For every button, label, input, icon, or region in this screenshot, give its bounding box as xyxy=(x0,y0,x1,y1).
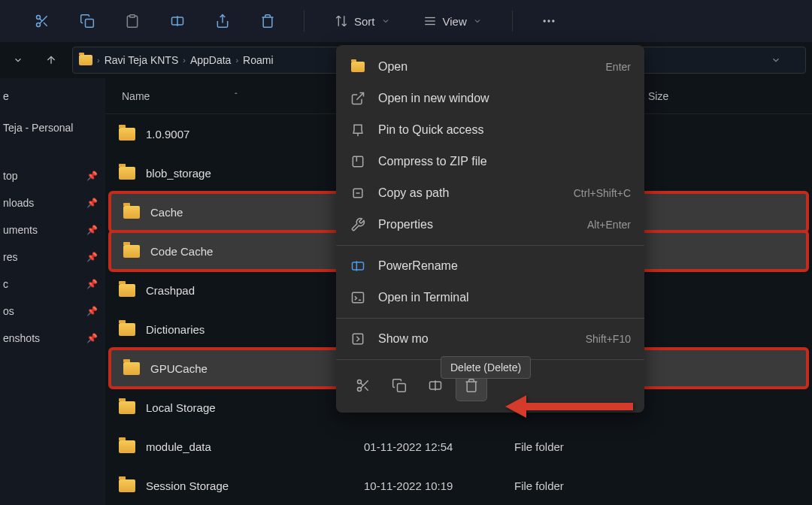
folder-icon xyxy=(123,362,140,375)
menu-shortcut: Alt+Enter xyxy=(587,219,631,231)
svg-point-1 xyxy=(37,23,41,27)
menu-shortcut: Enter xyxy=(606,61,631,73)
menu-item[interactable]: Properties Alt+Enter xyxy=(336,209,644,240)
chevron-down-icon[interactable] xyxy=(771,55,799,65)
svg-rect-26 xyxy=(353,334,362,343)
file-name: Local Storage xyxy=(146,401,364,414)
sidebar-item[interactable]: uments📌 xyxy=(0,216,105,243)
sidebar-item[interactable]: c📌 xyxy=(0,271,105,298)
folder-icon xyxy=(119,440,135,453)
sidebar-item-label: nloads xyxy=(3,197,34,209)
file-type: File folder xyxy=(514,440,650,453)
sidebar-item-label: enshots xyxy=(3,332,40,344)
breadcrumb-item[interactable]: Ravi Teja KNTS xyxy=(105,54,179,66)
menu-item[interactable]: Open Enter xyxy=(336,51,644,83)
sidebar-item[interactable]: res📌 xyxy=(0,243,105,271)
sidebar-item-label: uments xyxy=(3,224,38,236)
share-icon[interactable] xyxy=(211,9,235,33)
column-size[interactable]: Size xyxy=(648,90,723,102)
svg-point-13 xyxy=(543,20,545,22)
sidebar-item[interactable]: enshots📌 xyxy=(0,325,105,352)
svg-line-3 xyxy=(44,23,47,26)
nav-up[interactable] xyxy=(39,48,63,72)
svg-rect-32 xyxy=(398,384,406,392)
copy-icon[interactable] xyxy=(75,9,99,33)
more-icon[interactable] xyxy=(537,9,561,33)
table-row[interactable]: Session Storage 10-11-2022 10:19 File fo… xyxy=(105,466,812,505)
menu-label: Open in new window xyxy=(378,92,619,105)
sidebar-item-label: top xyxy=(3,170,17,182)
pin-icon: 📌 xyxy=(86,198,98,208)
file-name: module_data xyxy=(146,440,364,453)
menu-label: PowerRename xyxy=(378,259,619,273)
breadcrumb-item[interactable]: Roami xyxy=(243,54,273,66)
table-row[interactable]: module_data 01-11-2022 12:54 File folder xyxy=(105,427,812,466)
tooltip: Delete (Delete) xyxy=(441,356,531,379)
paste-icon[interactable] xyxy=(120,9,144,33)
sidebar-item[interactable]: nloads📌 xyxy=(0,189,105,216)
menu-copy-icon[interactable] xyxy=(384,370,414,401)
folder-icon xyxy=(350,59,366,75)
sidebar-item[interactable]: top📌 xyxy=(0,162,105,189)
file-date: 01-11-2022 12:54 xyxy=(364,440,514,453)
folder-icon xyxy=(119,167,135,180)
view-button[interactable]: View xyxy=(417,11,488,31)
sort-label: Sort xyxy=(354,15,375,28)
file-name: blob_storage xyxy=(146,167,364,180)
folder-icon xyxy=(119,401,135,414)
sidebar-header: e xyxy=(0,78,105,111)
menu-item[interactable]: Show mo Shift+F10 xyxy=(336,323,644,355)
svg-line-4 xyxy=(40,19,42,21)
file-type: File folder xyxy=(514,479,650,492)
folder-icon xyxy=(119,479,135,492)
pin-icon: 📌 xyxy=(86,252,98,262)
nav-back-dropdown[interactable] xyxy=(6,48,30,72)
terminal-icon xyxy=(350,289,366,306)
menu-separator xyxy=(336,245,644,246)
menu-label: Compress to ZIP file xyxy=(378,155,619,168)
svg-point-27 xyxy=(358,380,362,384)
menu-item[interactable]: Copy as path Ctrl+Shift+C xyxy=(336,177,644,209)
menu-item[interactable]: Pin to Quick access xyxy=(336,114,644,146)
rename-icon[interactable] xyxy=(165,9,189,33)
file-name: Session Storage xyxy=(146,479,364,492)
chevron-right-icon: › xyxy=(183,56,186,65)
folder-icon xyxy=(119,128,135,141)
svg-rect-19 xyxy=(353,156,362,166)
red-arrow-annotation xyxy=(505,394,633,419)
menu-label: Copy as path xyxy=(378,186,562,200)
delete-icon[interactable] xyxy=(256,9,280,33)
sidebar-item[interactable]: os📌 xyxy=(0,298,105,325)
folder-icon xyxy=(119,323,135,336)
file-name: 1.0.9007 xyxy=(146,128,364,141)
folder-icon xyxy=(123,245,140,258)
pin-icon: 📌 xyxy=(86,225,98,235)
column-name[interactable]: Name ˆ xyxy=(114,90,362,102)
open-new-icon xyxy=(350,90,366,107)
file-name: Crashpad xyxy=(146,284,364,297)
file-name: Dictionaries xyxy=(146,323,364,336)
cut-icon[interactable] xyxy=(30,9,54,33)
breadcrumb-item[interactable]: AppData xyxy=(190,54,231,66)
menu-cut-icon[interactable] xyxy=(348,370,378,401)
view-label: View xyxy=(443,15,467,28)
sort-button[interactable]: Sort xyxy=(329,11,396,31)
menu-item[interactable]: PowerRename xyxy=(336,250,644,282)
menu-shortcut: Shift+F10 xyxy=(586,333,631,345)
svg-rect-5 xyxy=(86,20,94,28)
menu-label: Properties xyxy=(378,218,575,231)
pin-icon: 📌 xyxy=(86,171,98,181)
svg-point-0 xyxy=(37,16,41,20)
file-date: 10-11-2022 10:19 xyxy=(364,479,514,492)
folder-icon xyxy=(123,206,140,219)
svg-rect-22 xyxy=(353,262,364,270)
menu-item[interactable]: Open in Terminal xyxy=(336,282,644,313)
toolbar: Sort View xyxy=(0,0,812,42)
more-icon xyxy=(350,331,366,347)
menu-item[interactable]: Open in new window xyxy=(336,83,644,114)
menu-item[interactable]: Compress to ZIP file xyxy=(336,146,644,177)
chevron-right-icon: › xyxy=(235,56,238,65)
sidebar-personal[interactable]: Teja - Personal xyxy=(0,111,105,144)
pin-icon: 📌 xyxy=(86,279,98,289)
chevron-right-icon: › xyxy=(97,56,100,65)
